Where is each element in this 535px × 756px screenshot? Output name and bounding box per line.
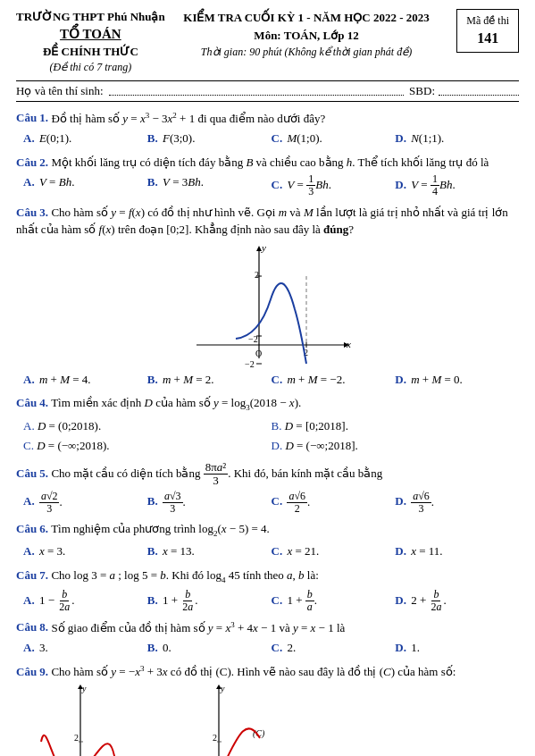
q3-title: Câu 3. Cho hàm số y = f(x) có đồ thị như… — [16, 204, 519, 239]
q9-graphs: x y O (C) 2 — [16, 685, 519, 756]
question-7: Câu 7. Cho log 3 = a ; log 5 = b. Khi đó… — [16, 567, 519, 613]
q4-answers: A. D = (0;2018). B. D = [0;2018]. C. D =… — [16, 417, 519, 457]
q3-svg: x y O 2 2 −2 −2 — [179, 242, 357, 367]
q9-graph-a: x y O (C) 2 — [16, 685, 146, 756]
name-dots — [109, 87, 405, 96]
q9-graph-b: x y O (C) 2 B. — [155, 685, 284, 756]
svg-text:y: y — [261, 242, 266, 253]
q9-svg-a: x y O (C) 2 — [16, 685, 146, 756]
svg-text:−2: −2 — [245, 359, 255, 367]
q6-a: A. x = 3. — [23, 542, 147, 561]
svg-text:y: y — [220, 685, 225, 693]
ma-de-box: Mã đề thi 141 — [456, 9, 519, 53]
q6-title: Câu 6. Tìm nghiệm của phương trình log2(… — [16, 520, 519, 540]
student-line: Họ và tên thí sinh: SBD: — [16, 80, 519, 102]
header: TRƯỜNG THPT Phú Nhuận TỔ TOÁN ĐỀ CHÍNH T… — [16, 9, 519, 75]
q4-num: Câu 4. — [16, 396, 48, 409]
header-right: KIỂM TRA CUỐI KỲ 1 - NĂM HỌC 2022 - 2023… — [183, 9, 429, 60]
q3-b: B. m + M = 2. — [147, 371, 272, 390]
q3-text: Cho hàm số y = f(x) có đồ thị như hình v… — [16, 206, 508, 237]
q2-b: B. V = 3Bh. — [147, 173, 272, 197]
q8-title: Câu 8. Số giao điểm của đồ thị hàm số y … — [16, 618, 519, 636]
question-6: Câu 6. Tìm nghiệm của phương trình log2(… — [16, 520, 519, 561]
school-name: TRƯỜNG THPT Phú Nhuận — [16, 9, 165, 25]
q4-d: D. D = (−∞;2018]. — [272, 437, 520, 456]
svg-text:y: y — [81, 685, 87, 693]
q4-title: Câu 4. Tìm miền xác định D của hàm số y … — [16, 394, 519, 414]
q7-c: C. 1 + ba. — [272, 589, 396, 613]
q5-num: Câu 5. — [16, 466, 48, 480]
q8-c: C. 2. — [272, 639, 396, 658]
q8-num: Câu 8. — [16, 621, 48, 634]
q4-c: C. D = (−∞;2018). — [23, 437, 272, 456]
q2-num: Câu 2. — [16, 155, 48, 169]
q6-d: D. x = 11. — [395, 542, 519, 561]
header-left: TRƯỜNG THPT Phú Nhuận TỔ TOÁN ĐỀ CHÍNH T… — [16, 9, 165, 75]
q5-text: Cho mặt cầu có diện tích bằng 8πa²3. Khi… — [51, 466, 382, 480]
question-1: Câu 1. Đồ thị hàm số y = x3 − 3x2 + 1 đi… — [16, 109, 519, 148]
q2-title: Câu 2. Một khối lăng trụ có diện tích đá… — [16, 154, 519, 172]
q1-text: Đồ thị hàm số y = x3 − 3x2 + 1 đi qua đi… — [51, 112, 325, 125]
q3-d: D. m + M = 0. — [395, 371, 519, 390]
svg-text:2: 2 — [74, 733, 79, 743]
ma-de-num: 141 — [466, 29, 509, 48]
q9-svg-b: x y O (C) 2 — [155, 685, 284, 756]
q7-title: Câu 7. Cho log 3 = a ; log 5 = b. Khi đó… — [16, 567, 519, 586]
sbd-dots — [439, 87, 519, 96]
q2-answers: A. V = Bh. B. V = 3Bh. C. V = 13Bh. D. V… — [16, 173, 519, 197]
time-line: Thời gian: 90 phút (Không kể thời gian p… — [183, 44, 429, 60]
q8-d: D. 1. — [395, 639, 519, 658]
q5-c: C. a√62. — [272, 491, 396, 515]
q6-c: C. x = 21. — [272, 542, 396, 561]
exam-title: KIỂM TRA CUỐI KỲ 1 - NĂM HỌC 2022 - 2023 — [183, 9, 429, 27]
q2-c: C. V = 13Bh. — [272, 173, 396, 197]
question-3: Câu 3. Cho hàm số y = f(x) có đồ thị như… — [16, 204, 519, 390]
q5-answers: A. a√23. B. a√33. C. a√62. D. a√63. — [16, 491, 519, 515]
q1-d: D. N(1;1). — [395, 130, 519, 148]
q1-title: Câu 1. Đồ thị hàm số y = x3 − 3x2 + 1 đi… — [16, 109, 519, 127]
q9-title: Câu 9. Cho hàm số y = −x3 + 3x có đồ thị… — [16, 663, 519, 681]
svg-text:O: O — [255, 349, 262, 358]
question-2: Câu 2. Một khối lăng trụ có diện tích đá… — [16, 154, 519, 198]
q5-d: D. a√63. — [395, 491, 519, 515]
q4-text: Tìm miền xác định D của hàm số y = log3(… — [51, 396, 301, 409]
q2-d: D. V = 14Bh. — [395, 173, 519, 197]
question-5: Câu 5. Cho mặt cầu có diện tích bằng 8πa… — [16, 461, 519, 515]
subject-line: Môn: TOÁN, Lớp 12 — [183, 27, 429, 45]
q6-num: Câu 6. — [16, 522, 48, 535]
q3-answers: A. m + M = 4. B. m + M = 2. C. m + M = −… — [16, 371, 519, 390]
q3-a: A. m + M = 4. — [23, 371, 147, 390]
q1-answers: A. E(0;1). B. F(3;0). C. M(1;0). D. N(1;… — [16, 130, 519, 148]
q7-b: B. 1 + b2a. — [147, 589, 272, 613]
q7-d: D. 2 + b2a. — [395, 589, 519, 613]
sbd-label: SBD: — [409, 84, 435, 98]
q3-c: C. m + M = −2. — [272, 371, 396, 390]
q2-text: Một khối lăng trụ có diện tích đáy bằng … — [51, 155, 489, 169]
q3-num: Câu 3. — [16, 206, 48, 219]
q6-b: B. x = 13. — [147, 542, 272, 561]
subject-big: TỔ TOÁN — [16, 25, 165, 44]
q1-b: B. F(3;0). — [147, 130, 272, 148]
q9-text: Cho hàm số y = −x3 + 3x có đồ thị (C). H… — [51, 665, 456, 678]
q9-num: Câu 9. — [16, 665, 48, 678]
official-label: ĐỀ CHÍNH THỨC — [16, 44, 165, 60]
q7-text: Cho log 3 = a ; log 5 = b. Khi đó log4 4… — [51, 568, 318, 582]
q1-c: C. M(1;0). — [272, 130, 396, 148]
q7-num: Câu 7. — [16, 568, 48, 582]
pages-label: (Đề thi có 7 trang) — [16, 60, 165, 75]
question-4: Câu 4. Tìm miền xác định D của hàm số y … — [16, 394, 519, 456]
q6-text: Tìm nghiệm của phương trình log2(x − 5) … — [51, 522, 270, 535]
q3-graph: x y O 2 2 −2 −2 — [16, 242, 519, 367]
q6-answers: A. x = 3. B. x = 13. C. x = 21. D. x = 1… — [16, 542, 519, 561]
q1-num: Câu 1. — [16, 112, 48, 125]
question-9: Câu 9. Cho hàm số y = −x3 + 3x có đồ thị… — [16, 663, 519, 756]
q8-b: B. 0. — [147, 639, 272, 658]
ma-de-label: Mã đề thi — [466, 13, 509, 29]
q5-title: Câu 5. Cho mặt cầu có diện tích bằng 8πa… — [16, 461, 519, 488]
q8-a: A. 3. — [23, 639, 147, 658]
q7-answers: A. 1 − b2a. B. 1 + b2a. C. 1 + ba. D. 2 … — [16, 589, 519, 613]
q4-b: B. D = [0;2018]. — [272, 417, 520, 436]
q8-text: Số giao điểm của đồ thị hàm số y = x3 + … — [51, 621, 345, 634]
svg-text:x: x — [346, 339, 351, 349]
question-8: Câu 8. Số giao điểm của đồ thị hàm số y … — [16, 618, 519, 658]
